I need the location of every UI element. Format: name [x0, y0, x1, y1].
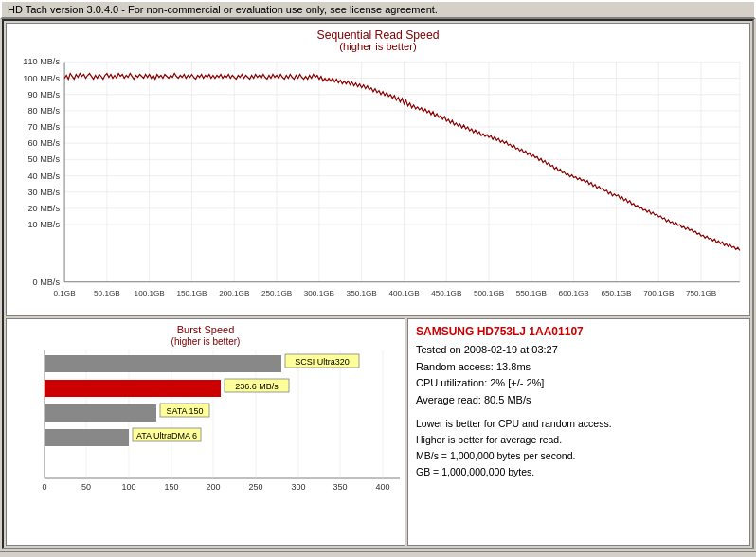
svg-text:40 MB/s: 40 MB/s [27, 171, 60, 181]
title-text: HD Tach version 3.0.4.0 - For non-commer… [8, 4, 438, 15]
svg-text:50: 50 [81, 482, 91, 492]
svg-text:30 MB/s: 30 MB/s [27, 188, 60, 197]
stat-random: Random access: 13.8ms [416, 359, 742, 376]
stat-average: Average read: 80.5 MB/s [416, 392, 742, 409]
svg-text:70 MB/s: 70 MB/s [27, 122, 60, 132]
svg-text:Burst Speed: Burst Speed [177, 324, 235, 335]
svg-text:90 MB/s: 90 MB/s [27, 90, 60, 99]
svg-text:236.6 MB/s: 236.6 MB/s [235, 382, 279, 391]
note-2: Higher is better for average read. [416, 432, 742, 448]
bottom-section: Burst Speed (higher is better) [6, 318, 750, 546]
title-bar: HD Tach version 3.0.4.0 - For non-commer… [0, 0, 756, 19]
svg-text:0: 0 [42, 482, 46, 492]
svg-rect-0 [7, 24, 749, 315]
stat-cpu: CPU utilization: 2% [+/- 2%] [416, 375, 742, 392]
svg-text:350.1GB: 350.1GB [347, 289, 377, 297]
seq-chart-area: Sequential Read Speed (higher is better) [6, 23, 750, 316]
svg-text:0 MB/s: 0 MB/s [33, 278, 61, 287]
svg-text:50 MB/s: 50 MB/s [27, 154, 60, 164]
svg-text:200: 200 [206, 482, 220, 492]
svg-text:50.1GB: 50.1GB [94, 289, 120, 297]
svg-text:SCSI Ultra320: SCSI Ultra320 [295, 357, 350, 367]
burst-chart-area: Burst Speed (higher is better) [6, 318, 405, 546]
stat-tested: Tested on 2008-02-19 at 03:27 [416, 342, 742, 359]
svg-text:10 MB/s: 10 MB/s [27, 220, 60, 229]
note-1: Lower is better for CPU and random acces… [416, 416, 742, 432]
svg-text:150.1GB: 150.1GB [176, 289, 207, 297]
svg-text:300.1GB: 300.1GB [304, 289, 334, 297]
svg-text:100.1GB: 100.1GB [135, 289, 165, 297]
info-panel: SAMSUNG HD753LJ 1AA01107 Tested on 2008-… [407, 318, 750, 546]
drive-notes: Lower is better for CPU and random acces… [416, 416, 742, 479]
svg-text:400.1GB: 400.1GB [388, 289, 419, 297]
svg-text:(higher is better): (higher is better) [339, 41, 417, 52]
svg-text:0.1GB: 0.1GB [54, 289, 76, 297]
svg-text:400: 400 [375, 482, 389, 492]
svg-rect-79 [45, 404, 156, 422]
svg-text:550.1GB: 550.1GB [516, 289, 547, 297]
main-container: Sequential Read Speed (higher is better) [2, 19, 754, 549]
seq-chart-svg: Sequential Read Speed (higher is better) [7, 24, 749, 315]
svg-text:750.1GB: 750.1GB [686, 289, 716, 297]
svg-text:500.1GB: 500.1GB [474, 289, 504, 297]
svg-text:250: 250 [248, 482, 262, 492]
note-4: GB = 1,000,000,000 bytes. [416, 464, 742, 480]
drive-name: SAMSUNG HD753LJ 1AA01107 [416, 325, 742, 338]
svg-text:650.1GB: 650.1GB [601, 289, 631, 297]
svg-text:80 MB/s: 80 MB/s [27, 106, 60, 116]
svg-text:450.1GB: 450.1GB [431, 289, 461, 297]
svg-text:350: 350 [333, 482, 347, 492]
svg-text:Sequential Read Speed: Sequential Read Speed [317, 28, 440, 42]
drive-stats: Tested on 2008-02-19 at 03:27 Random acc… [416, 342, 742, 408]
svg-text:250.1GB: 250.1GB [261, 289, 292, 297]
svg-text:200.1GB: 200.1GB [219, 289, 249, 297]
svg-text:(higher is better): (higher is better) [171, 336, 241, 347]
svg-text:700.1GB: 700.1GB [643, 289, 674, 297]
svg-rect-82 [45, 429, 129, 446]
svg-rect-73 [45, 355, 281, 372]
svg-text:SATA 150: SATA 150 [166, 406, 203, 416]
svg-rect-76 [45, 380, 221, 397]
burst-chart-svg: Burst Speed (higher is better) [7, 319, 405, 504]
svg-text:100: 100 [121, 482, 135, 492]
svg-text:20 MB/s: 20 MB/s [27, 204, 60, 213]
svg-text:100 MB/s: 100 MB/s [23, 74, 60, 83]
note-3: MB/s = 1,000,000 bytes per second. [416, 448, 742, 464]
svg-text:110 MB/s: 110 MB/s [23, 57, 60, 66]
footer: Save Results Upload Results Compare Anot… [0, 551, 756, 557]
svg-text:60 MB/s: 60 MB/s [27, 138, 60, 148]
svg-text:ATA UltraDMA 6: ATA UltraDMA 6 [136, 431, 197, 440]
svg-text:150: 150 [164, 482, 178, 492]
svg-text:300: 300 [291, 482, 305, 492]
svg-text:600.1GB: 600.1GB [559, 289, 589, 297]
